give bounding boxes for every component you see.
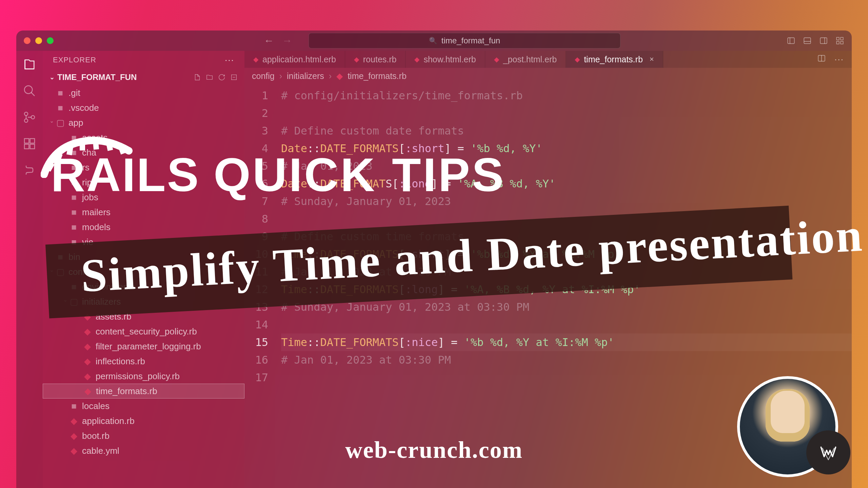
split-icon[interactable] [817,54,826,63]
misc-icon[interactable] [23,163,36,177]
breadcrumb-seg[interactable]: time_formats.rb [348,71,407,81]
tree-item[interactable]: ◆application.rb [43,413,244,428]
more-tabs-icon[interactable]: ⋯ [834,54,844,65]
ruby-icon: ◆ [70,446,78,456]
folder-icon: ■ [70,207,78,218]
tree-label: boot.rb [82,431,110,441]
tab-label: application.html.erb [262,55,336,64]
svg-rect-18 [30,144,35,149]
tab[interactable]: ◆show.html.erb [406,51,485,68]
breadcrumb-seg[interactable]: config [252,71,275,81]
ruby-icon: ◆ [575,55,580,63]
tab[interactable]: ◆application.html.erb [244,51,345,68]
tree-label: .vscode [68,103,99,113]
search-icon: 🔍 [429,37,437,45]
activity-bar [16,51,43,488]
search-bar[interactable]: 🔍 time_format_fun [309,33,620,48]
ruby-icon: ◆ [354,55,359,63]
collapse-icon[interactable] [230,74,238,81]
tree-label: inflections.rb [96,356,145,367]
rails-logo: RAILS [51,147,200,202]
tree-item[interactable]: ■mailers [43,205,244,220]
panel-bottom-icon[interactable] [803,36,812,45]
search-activity-icon[interactable] [23,84,36,98]
tree-item[interactable]: ◆boot.rb [43,428,244,443]
tree-item[interactable]: ◆inflections.rb [43,354,244,369]
tree-label: mailers [82,207,111,218]
chevron-down-icon: ⌄ [50,74,55,81]
svg-rect-17 [24,144,29,149]
svg-rect-16 [30,139,35,143]
svg-rect-26 [80,142,85,150]
folder-icon: ■ [56,88,64,98]
code-line[interactable] [281,104,852,122]
tab[interactable]: ◆time_formats.rb× [566,51,663,68]
root-folder-label: TIME_FORMAT_FUN [57,73,137,82]
rails-wave-icon [41,130,136,178]
svg-rect-7 [841,37,843,40]
tree-label: permissions_policy.rb [96,371,180,382]
titlebar-actions [787,36,844,45]
svg-point-12 [24,112,28,116]
svg-rect-2 [804,38,811,43]
svg-rect-9 [841,41,843,44]
tree-item[interactable]: ◆content_security_policy.rb [43,324,244,339]
new-file-icon[interactable] [194,74,201,81]
extensions-icon[interactable] [23,137,36,150]
svg-rect-4 [820,38,827,43]
layout-icon[interactable] [835,36,844,45]
breadcrumbs[interactable]: config › initializers › ◆ time_formats.r… [244,68,852,84]
minimize-button[interactable] [35,37,42,44]
tab[interactable]: ◆_post.html.erb [485,51,566,68]
svg-point-13 [24,119,28,122]
more-icon[interactable]: ⋯ [224,55,234,66]
explorer-icon[interactable] [23,58,36,71]
tab[interactable]: ◆routes.rb [345,51,406,68]
svg-line-11 [31,93,35,96]
root-folder[interactable]: ⌄ TIME_FORMAT_FUN [43,69,244,85]
maximize-button[interactable] [47,37,54,44]
close-button[interactable] [24,37,31,44]
panel-right-icon[interactable] [819,36,828,45]
code-line[interactable]: Time::DATE_FORMATS[:nice] = '%b %d, %Y a… [281,333,852,351]
tree-item[interactable]: ■.git [43,85,244,100]
tree-item[interactable]: ◆permissions_policy.rb [43,369,244,384]
ruby-icon: ◆ [84,386,92,396]
git-icon[interactable] [23,110,36,124]
code-line[interactable] [281,316,852,333]
ruby-icon: ◆ [70,416,78,426]
ruby-icon: ◆ [494,55,499,63]
svg-rect-15 [24,139,29,143]
tree-item[interactable]: ⌄▢app [43,115,244,130]
new-folder-icon[interactable] [206,74,213,81]
ruby-icon: ◆ [83,326,92,337]
code-line[interactable]: # Jan 01, 2023 at 03:30 PM [281,351,852,369]
forward-icon[interactable]: → [282,35,292,46]
code-line[interactable]: # config/initializers/time_formats.rb [281,87,852,104]
breadcrumb-seg[interactable]: initializers [287,71,324,81]
tab-label: _post.html.erb [503,55,557,64]
svg-point-10 [24,86,32,94]
tree-item[interactable]: ◆cable.yml [43,443,244,458]
back-icon[interactable]: ← [264,35,274,46]
folder-icon: ■ [70,401,78,411]
svg-point-14 [31,116,35,119]
search-text: time_format_fun [441,36,500,45]
folder-actions [194,74,238,81]
tree-label: locales [82,401,110,411]
tree-label: time_formats.rb [96,386,157,396]
panel-left-icon[interactable] [787,36,795,45]
tree-item[interactable]: ■locales [43,399,244,413]
ruby-icon: ◆ [253,55,258,63]
ruby-icon: ◆ [83,371,92,382]
tree-item[interactable]: ◆filter_parameter_logging.rb [43,339,244,354]
tree-item[interactable]: ■.vscode [43,100,244,115]
tab-label: show.html.erb [423,55,476,64]
tabs: ◆application.html.erb◆routes.rb◆show.htm… [244,51,852,68]
code-line[interactable]: # Define custom date formats [281,122,852,140]
close-icon[interactable]: × [650,55,654,64]
tree-item[interactable]: ◆time_formats.rb [43,384,244,399]
refresh-icon[interactable] [218,74,225,81]
tree-label: models [82,222,111,232]
svg-rect-0 [788,38,794,43]
